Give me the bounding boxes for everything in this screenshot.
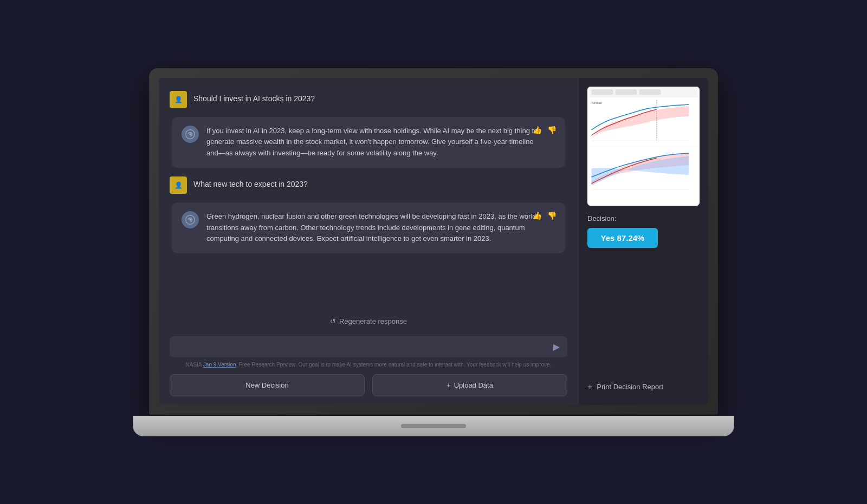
decision-section: Decision: Yes 87.24% — [587, 214, 700, 248]
regenerate-icon: ↺ — [330, 317, 336, 325]
print-report-label: Print Decision Report — [597, 383, 663, 391]
svg-text:Forecast: Forecast — [592, 101, 603, 104]
decision-badge: Yes 87.24% — [587, 228, 658, 248]
ai-message-text-2: Green hydrogen, nuclear fusion and other… — [206, 211, 539, 245]
regenerate-button[interactable]: ↺ Regenerate response — [170, 312, 567, 331]
svg-rect-8 — [639, 89, 661, 95]
app-screen: 👤 Should I invest in AI stocks in 2023? — [159, 78, 708, 405]
user-avatar-2: 👤 — [170, 176, 187, 194]
user-message-text-1: Should I invest in AI stocks in 2023? — [193, 91, 315, 103]
upload-icon: + — [447, 381, 451, 389]
regenerate-label: Regenerate response — [339, 317, 407, 325]
decision-label: Decision: — [587, 214, 700, 222]
footer-suffix: . Free Research Preview. Our goal is to … — [236, 362, 551, 368]
svg-point-3 — [189, 219, 191, 220]
right-panel: Forecast — [578, 78, 708, 405]
screen-bezel: 👤 Should I invest in AI stocks in 2023? — [149, 68, 718, 415]
footer-link[interactable]: Jan 9 Version — [203, 362, 236, 368]
laptop-base — [133, 416, 734, 436]
user-message-text-2: What new tech to expect in 2023? — [193, 176, 308, 188]
user-message-1: 👤 Should I invest in AI stocks in 2023? — [170, 89, 567, 110]
ai-avatar-1 — [182, 126, 199, 143]
feedback-icons-1: 👍 👎 — [532, 125, 558, 135]
ai-avatar-2 — [182, 211, 199, 228]
footer-text: NASIA — [186, 362, 203, 368]
upload-data-button[interactable]: + Upload Data — [372, 374, 567, 396]
chat-footer: NASIA Jan 9 Version. Free Research Previ… — [170, 362, 567, 368]
chart-preview: Forecast — [587, 87, 700, 206]
chat-messages: 👤 Should I invest in AI stocks in 2023? — [170, 89, 567, 306]
chat-bottom: ↺ Regenerate response ▶ NASIA Jan 9 Vers… — [170, 312, 567, 396]
svg-rect-7 — [616, 89, 637, 95]
decision-chart: Forecast — [587, 87, 700, 206]
new-decision-label: New Decision — [245, 381, 288, 389]
chat-input[interactable] — [177, 343, 548, 351]
laptop-wrapper: 👤 Should I invest in AI stocks in 2023? — [149, 68, 718, 436]
svg-rect-6 — [592, 89, 613, 95]
chat-panel: 👤 Should I invest in AI stocks in 2023? — [159, 78, 578, 405]
chat-input-row: ▶ — [170, 336, 567, 357]
action-buttons: New Decision + Upload Data — [170, 374, 567, 396]
upload-data-label: Upload Data — [454, 381, 493, 389]
user-avatar-1: 👤 — [170, 91, 187, 108]
thumbs-down-btn-2[interactable]: 👎 — [546, 210, 558, 221]
print-plus-icon: + — [587, 382, 592, 392]
ai-message-text-1: If you invest in AI in 2023, keep a long… — [206, 126, 539, 159]
thumbs-down-btn-1[interactable]: 👎 — [546, 125, 558, 135]
feedback-icons-2: 👍 👎 — [532, 210, 558, 221]
svg-point-1 — [189, 133, 191, 135]
user-message-2: 👤 What new tech to expect in 2023? — [170, 174, 567, 196]
ai-message-2: Green hydrogen, nuclear fusion and other… — [172, 202, 565, 253]
new-decision-button[interactable]: New Decision — [170, 374, 365, 396]
print-decision-report-button[interactable]: + Print Decision Report — [587, 378, 700, 396]
thumbs-up-btn-1[interactable]: 👍 — [532, 125, 543, 135]
send-button[interactable]: ▶ — [553, 342, 560, 352]
ai-message-1: If you invest in AI in 2023, keep a long… — [172, 117, 565, 168]
thumbs-up-btn-2[interactable]: 👍 — [532, 210, 543, 221]
